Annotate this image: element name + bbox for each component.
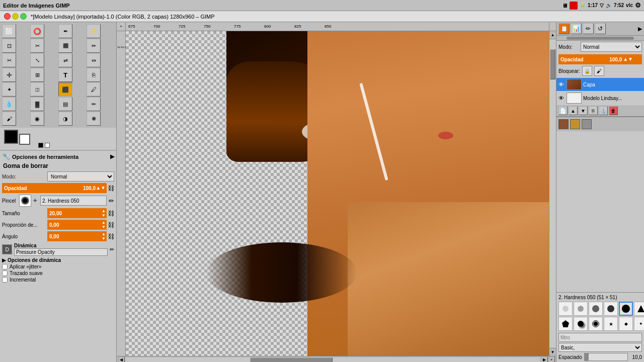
pincel-crosshair-icon[interactable]: ✛ bbox=[33, 198, 37, 203]
panel-options-btn[interactable]: ▶ bbox=[110, 153, 114, 160]
opacidad-arrows[interactable]: ▲▼ bbox=[623, 57, 633, 61]
lock-alpha-btn[interactable]: 🔒 bbox=[582, 66, 592, 76]
brush-cell-5[interactable] bbox=[619, 302, 633, 316]
duplicate-layer-btn[interactable]: ⎘ bbox=[589, 106, 598, 115]
brush-cell-9[interactable] bbox=[589, 317, 603, 331]
angulo-arrows[interactable]: ▲ ▼ bbox=[102, 232, 106, 241]
tool-blur-sharpen[interactable]: ❋ bbox=[87, 112, 101, 126]
hscroll-left-btn[interactable]: ◀ bbox=[118, 356, 125, 363]
tool-transform[interactable]: ⤡ bbox=[30, 53, 44, 67]
color-swatch-brown[interactable] bbox=[558, 119, 569, 129]
tool-dodge-burn[interactable]: ◑ bbox=[58, 112, 72, 126]
new-layer-btn[interactable]: 📄 bbox=[558, 106, 568, 115]
pincel-edit-btn[interactable]: ✏ bbox=[109, 197, 114, 205]
layer-up-btn[interactable]: ▲ bbox=[569, 106, 578, 115]
window-min-btn[interactable] bbox=[12, 13, 19, 20]
layer-down-btn[interactable]: ▼ bbox=[579, 106, 588, 115]
hscroll-thumb[interactable] bbox=[250, 357, 333, 363]
tool-paint-bucket[interactable]: ▓ bbox=[30, 97, 44, 111]
color-swatch-gold[interactable] bbox=[570, 119, 580, 129]
tool-foreground-select[interactable]: ⬛ bbox=[58, 39, 72, 53]
window-close-btn[interactable] bbox=[4, 13, 11, 20]
tool-smudge[interactable]: ◉ bbox=[30, 112, 44, 126]
tamanio-arrows[interactable]: ▲ ▼ bbox=[102, 209, 106, 218]
angulo-link-btn[interactable]: ⛓ bbox=[108, 233, 114, 240]
tool-heal[interactable]: ✦ bbox=[2, 82, 16, 97]
opacidad-arrows[interactable]: ▲▼ bbox=[96, 186, 106, 190]
tool-eraser[interactable]: ⬛ bbox=[58, 82, 72, 97]
layer-item-capa[interactable]: 👁 Capa bbox=[556, 78, 644, 92]
espaciado-slider[interactable] bbox=[584, 353, 628, 361]
brush-category-select[interactable]: Basic, bbox=[558, 343, 642, 352]
proporcion-slider[interactable]: 0,00 ▲ ▼ bbox=[47, 220, 107, 230]
brush-cell-8[interactable] bbox=[574, 317, 588, 331]
opacidad-slider[interactable]: Opacidad 100,0 ▲▼ bbox=[2, 183, 107, 193]
tool-ellipse-select[interactable]: ⭕ bbox=[30, 24, 44, 38]
proporcion-arrows[interactable]: ▲ ▼ bbox=[102, 220, 106, 229]
proporcion-link-btn[interactable]: ⛓ bbox=[108, 221, 114, 229]
tool-fuzzy-select[interactable]: ⚡ bbox=[87, 24, 101, 38]
vscroll-down-btn[interactable]: ▼ bbox=[549, 348, 556, 356]
brush-cell-7[interactable] bbox=[558, 317, 573, 331]
dinamica-edit-btn[interactable]: ✏ bbox=[110, 246, 114, 253]
opacidad-link-btn[interactable]: ⛓ bbox=[108, 185, 114, 192]
opciones-dinamica-toggle[interactable]: ▶ Opciones de dinámica bbox=[2, 257, 114, 263]
mode-select[interactable]: Normal bbox=[47, 171, 114, 182]
rp-scroll-thumb[interactable] bbox=[567, 37, 634, 40]
canvas-viewport[interactable] bbox=[126, 31, 549, 356]
dinamica-select[interactable]: Pressure Opacity bbox=[14, 248, 108, 256]
tool-paths[interactable]: ✏ bbox=[87, 39, 101, 53]
tool-perspective-clone[interactable]: ◫ bbox=[30, 82, 44, 97]
zoom-fit-btn[interactable]: + bbox=[548, 356, 555, 363]
tool-move[interactable]: ✛ bbox=[2, 68, 16, 82]
tool-warp[interactable]: ⇌ bbox=[58, 53, 72, 67]
hscroll-right-btn[interactable]: ▶ bbox=[541, 356, 548, 363]
hscroll-track[interactable] bbox=[126, 357, 540, 363]
undo-history-btn[interactable]: ↺ bbox=[595, 23, 606, 34]
color-swatch-gray[interactable] bbox=[582, 119, 592, 129]
layer-item-modelo[interactable]: 👁 Modelo Lindsay... bbox=[556, 92, 644, 105]
tool-align[interactable]: ⊞ bbox=[30, 68, 44, 82]
background-color[interactable] bbox=[19, 134, 30, 145]
angulo-slider[interactable]: 0,00 ▲ ▼ bbox=[47, 231, 107, 241]
brush-cell-6[interactable] bbox=[634, 302, 644, 316]
tool-rect-select[interactable]: ⬜ bbox=[2, 24, 16, 38]
tool-by-color[interactable]: ⊡ bbox=[2, 39, 16, 53]
channels-btn[interactable]: 📊 bbox=[571, 23, 582, 34]
vscroll-thumb[interactable] bbox=[550, 49, 555, 79]
brush-cell-1[interactable] bbox=[558, 302, 573, 316]
paths-btn[interactable]: ✏ bbox=[583, 23, 594, 34]
panel-arrow-btn[interactable]: ▶ bbox=[638, 26, 642, 32]
tool-clone[interactable]: ⎘ bbox=[87, 68, 101, 82]
layer-eye-capa[interactable]: 👁 bbox=[558, 81, 564, 87]
vertical-scrollbar[interactable]: ▲ ▼ bbox=[549, 31, 556, 356]
incremental-checkbox[interactable] bbox=[2, 277, 8, 283]
lock-paint-btn[interactable]: 🖌 bbox=[594, 66, 604, 76]
fg-small-swatch[interactable] bbox=[38, 143, 43, 148]
pincel-name-field[interactable]: 2. Hardness 050 bbox=[40, 196, 107, 206]
layer-eye-modelo[interactable]: 👁 bbox=[558, 95, 564, 101]
brush-cell-2[interactable] bbox=[574, 302, 588, 316]
tool-crop[interactable]: ✂ bbox=[2, 53, 16, 67]
horizontal-scrollbar[interactable]: ◀ ▶ + bbox=[117, 356, 556, 362]
tool-gradient[interactable]: ▤ bbox=[58, 97, 72, 111]
tool-text[interactable]: T bbox=[58, 68, 72, 82]
tamanio-slider[interactable]: 20,00 ▲ ▼ bbox=[47, 208, 107, 218]
tool-ink[interactable]: 💧 bbox=[2, 97, 16, 111]
right-panel-scroll[interactable] bbox=[556, 36, 644, 41]
tool-brush[interactable]: 🖌 bbox=[2, 112, 16, 126]
brush-filter-input[interactable] bbox=[558, 333, 642, 342]
layer-opacidad-bar[interactable]: Opacidad 100,0 ▲▼ bbox=[558, 54, 642, 64]
tool-scissors[interactable]: ✂ bbox=[30, 39, 44, 53]
delete-layer-btn[interactable]: 🗑 bbox=[609, 106, 618, 115]
brush-cell-4[interactable] bbox=[604, 302, 618, 316]
tool-flip[interactable]: ⇔ bbox=[87, 53, 101, 67]
tool-lasso[interactable]: ✒ bbox=[58, 24, 72, 38]
close-icon[interactable] bbox=[570, 2, 578, 10]
tool-pencil[interactable]: ✏ bbox=[87, 97, 101, 111]
bg-small-swatch[interactable] bbox=[45, 143, 50, 148]
trazado-suave-checkbox[interactable] bbox=[2, 270, 8, 276]
foreground-color[interactable] bbox=[4, 130, 18, 144]
brush-cell-3[interactable] bbox=[589, 302, 603, 316]
tamanio-link-btn[interactable]: ⛓ bbox=[108, 210, 114, 217]
